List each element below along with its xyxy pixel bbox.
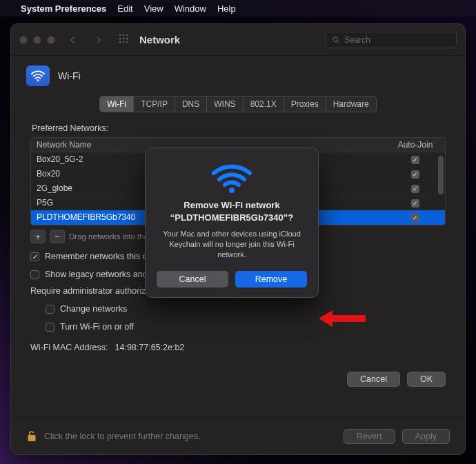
autojoin-cell: ✓ (386, 210, 445, 224)
sheet-buttons: Cancel OK (30, 372, 446, 387)
window-titlebar: Network Search (11, 24, 465, 56)
autojoin-cell: ✓ (386, 181, 445, 195)
close-window-button[interactable] (19, 36, 28, 44)
menu-view[interactable]: View (144, 3, 163, 14)
dialog-body: Your Mac and other devices using iCloud … (157, 229, 307, 260)
autojoin-checkbox[interactable]: ✓ (411, 185, 419, 193)
col-auto-join[interactable]: Auto-Join (386, 138, 445, 152)
window-title: Network (139, 34, 180, 46)
mac-address-label: Wi-Fi MAC Address: (30, 343, 108, 352)
chevron-right-icon (95, 37, 102, 43)
svg-point-9 (333, 37, 338, 41)
svg-point-3 (119, 38, 121, 39)
svg-point-4 (123, 38, 124, 39)
pane-header: Wi-Fi (26, 65, 450, 86)
toggle-wifi-label: Turn Wi-Fi on or off (60, 322, 134, 332)
window-footer: Click the lock to prevent further change… (11, 417, 465, 454)
svg-point-0 (119, 34, 121, 36)
search-icon (332, 36, 340, 44)
checkbox-icon (30, 252, 39, 261)
tab-wins[interactable]: WINS (207, 96, 243, 112)
tab-dns[interactable]: DNS (175, 96, 207, 112)
wifi-header-icon (26, 65, 50, 86)
autojoin-checkbox[interactable]: ✓ (411, 199, 419, 208)
preferred-networks-label: Preferred Networks: (32, 123, 446, 133)
autojoin-checkbox[interactable]: ✓ (411, 214, 419, 222)
tab-proxies[interactable]: Proxies (284, 96, 326, 112)
revert-button[interactable]: Revert (344, 429, 395, 444)
add-network-button[interactable]: + (30, 230, 46, 243)
zoom-window-button[interactable] (47, 36, 55, 44)
svg-point-1 (123, 34, 124, 36)
tab-8021x[interactable]: 802.1X (244, 96, 284, 112)
annotation-arrow-icon (319, 309, 366, 328)
wifi-icon (210, 161, 254, 194)
tab-bar: Wi-Fi TCP/IP DNS WINS 802.1X Proxies Har… (26, 96, 450, 112)
dialog-remove-button[interactable]: Remove (235, 271, 307, 288)
toggle-wifi-checkbox[interactable]: Turn Wi-Fi on or off (46, 322, 446, 332)
apply-button[interactable]: Apply (402, 429, 450, 444)
autojoin-checkbox[interactable]: ✓ (411, 170, 419, 179)
mac-address-value: 14:98:77:65:2e:b2 (115, 343, 185, 352)
menu-window[interactable]: Window (175, 3, 206, 14)
svg-point-8 (126, 41, 128, 43)
svg-point-13 (229, 188, 235, 193)
chevron-left-icon (69, 37, 76, 43)
menu-help[interactable]: Help (217, 3, 236, 14)
search-placeholder: Search (344, 35, 370, 45)
ok-button[interactable]: OK (407, 372, 446, 387)
traffic-lights (19, 36, 55, 44)
svg-marker-14 (319, 310, 366, 327)
checkbox-icon (30, 270, 39, 279)
remove-network-button[interactable]: − (50, 230, 65, 243)
tab-tcpip[interactable]: TCP/IP (134, 96, 175, 112)
minimize-window-button[interactable] (33, 36, 41, 44)
remove-network-dialog: Remove Wi-Fi network “PLDTHOMEFIBR5Gb734… (145, 148, 319, 298)
dialog-cancel-button[interactable]: Cancel (157, 271, 228, 288)
change-networks-checkbox[interactable]: Change networks (46, 304, 446, 314)
forward-button[interactable] (90, 32, 108, 48)
pane-title: Wi-Fi (58, 70, 81, 81)
show-all-button[interactable] (119, 34, 128, 46)
checkbox-icon (46, 305, 54, 314)
back-button[interactable] (63, 32, 81, 48)
autojoin-checkbox[interactable]: ✓ (411, 156, 419, 164)
svg-point-2 (126, 34, 128, 36)
table-scrollbar[interactable] (438, 156, 444, 194)
autojoin-cell: ✓ (386, 152, 445, 166)
menu-edit[interactable]: Edit (117, 3, 132, 14)
change-networks-label: Change networks (60, 304, 127, 314)
svg-point-6 (119, 41, 121, 43)
mac-address-row: Wi-Fi MAC Address: 14:98:77:65:2e:b2 (30, 343, 446, 352)
svg-rect-12 (28, 435, 36, 441)
lock-icon[interactable] (26, 430, 37, 443)
cancel-button[interactable]: Cancel (347, 372, 400, 387)
search-input[interactable]: Search (326, 32, 457, 48)
dialog-title: Remove Wi-Fi network “PLDTHOMEFIBR5Gb734… (157, 199, 307, 223)
grid-icon (119, 34, 128, 43)
menubar: System Preferences Edit View Window Help (0, 0, 476, 17)
checkbox-icon (46, 323, 54, 332)
svg-point-5 (126, 38, 128, 39)
tab-hardware[interactable]: Hardware (326, 96, 377, 112)
app-menu[interactable]: System Preferences (21, 3, 106, 14)
svg-line-10 (337, 41, 339, 43)
tab-wifi[interactable]: Wi-Fi (99, 96, 134, 112)
svg-point-11 (37, 79, 39, 81)
autojoin-cell: ✓ (386, 167, 445, 181)
lock-hint-text: Click the lock to prevent further change… (44, 432, 201, 441)
autojoin-cell: ✓ (386, 196, 445, 210)
svg-point-7 (123, 41, 124, 43)
